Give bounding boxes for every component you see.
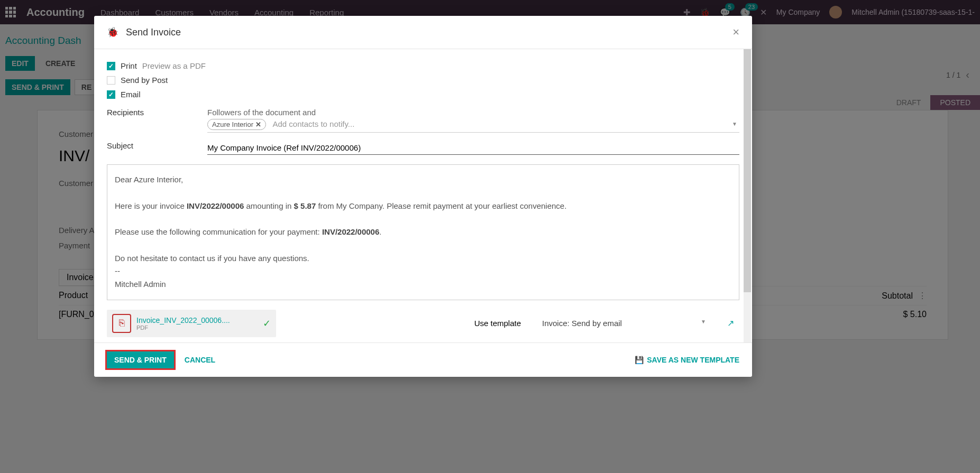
- cancel-button[interactable]: CANCEL: [185, 356, 215, 364]
- close-icon[interactable]: ×: [732, 25, 739, 39]
- send-by-post-checkbox[interactable]: [107, 76, 115, 85]
- print-checkbox[interactable]: [107, 62, 115, 70]
- external-link-icon[interactable]: ↗: [727, 318, 734, 328]
- email-line-2: Please use the following communication f…: [115, 226, 731, 239]
- email-checkbox[interactable]: [107, 90, 115, 99]
- recipients-label: Recipients: [107, 108, 207, 133]
- email-greeting: Dear Azure Interior,: [115, 173, 731, 187]
- email-label: Email: [121, 90, 141, 99]
- subject-input[interactable]: [207, 141, 739, 155]
- scrollbar-thumb[interactable]: [744, 49, 751, 292]
- chevron-down-icon[interactable]: ▼: [732, 121, 737, 127]
- save-icon: 💾: [635, 356, 644, 364]
- template-select[interactable]: Invoice: Send by email ▼: [542, 317, 706, 330]
- check-icon: ✓: [263, 318, 271, 329]
- tag-remove-icon[interactable]: ✕: [255, 120, 261, 128]
- attachment-name: Invoice_INV_2022_00006....: [136, 316, 230, 324]
- followers-text: Followers of the document and: [207, 108, 739, 117]
- print-hint: Preview as a PDF: [142, 61, 206, 70]
- recipient-tag-label: Azure Interior: [212, 120, 253, 128]
- send-and-print-button[interactable]: SEND & PRINT: [107, 351, 174, 368]
- save-as-template-button[interactable]: 💾 SAVE AS NEW TEMPLATE: [635, 356, 739, 364]
- email-line-1: Here is your invoice INV/2022/00006 amou…: [115, 200, 731, 213]
- use-template-label: Use template: [474, 319, 521, 328]
- send-by-post-label: Send by Post: [121, 76, 168, 85]
- email-line-3: Do not hesitate to contact us if you hav…: [115, 252, 731, 265]
- email-body[interactable]: Dear Azure Interior, Here is your invoic…: [107, 164, 739, 300]
- debug-icon[interactable]: 🐞: [107, 26, 118, 38]
- attachment[interactable]: ⎘ Invoice_INV_2022_00006.... PDF ✓: [107, 310, 276, 337]
- recipient-tag: Azure Interior ✕: [207, 119, 266, 130]
- attachment-type: PDF: [136, 324, 230, 331]
- email-sig-name: Mitchell Admin: [115, 278, 731, 291]
- recipients-input[interactable]: Azure Interior ✕ Add contacts to notify.…: [207, 117, 739, 133]
- chevron-down-icon[interactable]: ▼: [701, 319, 706, 324]
- print-label: Print: [121, 61, 137, 70]
- modal-title: Send Invoice: [126, 27, 732, 38]
- subject-label: Subject: [107, 141, 207, 155]
- pdf-icon: ⎘: [112, 314, 131, 333]
- add-contacts-placeholder: Add contacts to notify...: [273, 119, 355, 128]
- send-invoice-modal: 🐞 Send Invoice × Print Preview as a PDF …: [94, 16, 752, 377]
- email-sig-sep: --: [115, 265, 731, 278]
